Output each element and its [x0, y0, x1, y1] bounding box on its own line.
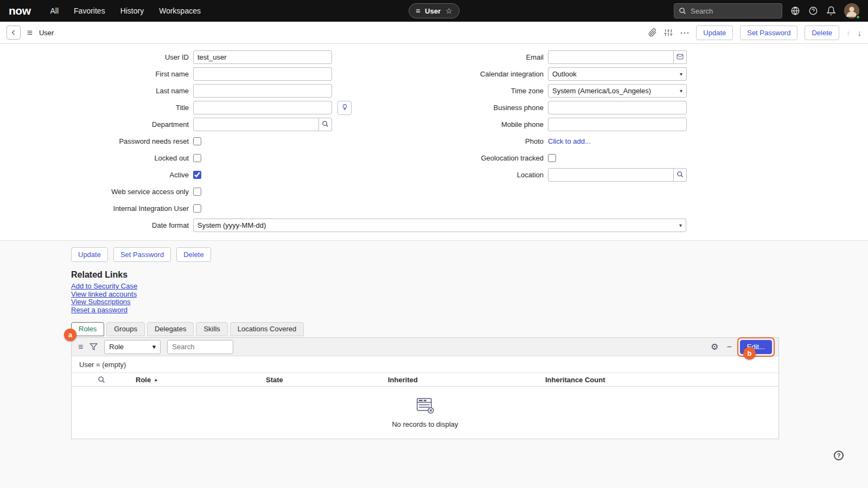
location-lookup-button[interactable] — [674, 168, 687, 182]
related-list-search-input[interactable] — [167, 340, 233, 354]
mobile-phone-input[interactable] — [548, 118, 687, 131]
tab-delegates[interactable]: Delegates — [147, 322, 194, 336]
department-input[interactable] — [193, 118, 319, 131]
time-zone-value: System (America/Los_Angeles) — [552, 87, 651, 95]
time-zone-select[interactable]: System (America/Los_Angeles) ▾ — [548, 84, 687, 98]
field-row-calendar-integration: Calendar integration Outlook ▾ — [355, 66, 687, 82]
more-options-icon[interactable]: ⋯ — [680, 28, 689, 37]
delete-button-footer[interactable]: Delete — [176, 247, 211, 262]
search-field-value: Role — [109, 343, 124, 351]
chevron-down-icon: ▾ — [679, 222, 682, 228]
password-needs-reset-label: Password needs reset — [0, 137, 189, 145]
column-header-inherited[interactable]: Inherited — [384, 376, 541, 384]
column-header-inheritance-count[interactable]: Inheritance Count — [541, 376, 778, 384]
locked-out-checkbox[interactable] — [193, 154, 201, 162]
title-input[interactable] — [193, 101, 332, 114]
presence-dot — [856, 15, 860, 20]
envelope-icon — [676, 53, 684, 62]
accessibility-help-icon[interactable]: ? — [834, 451, 844, 460]
business-phone-input[interactable] — [548, 101, 687, 114]
nav-item-workspaces[interactable]: Workspaces — [151, 0, 208, 22]
active-checkbox[interactable] — [193, 171, 201, 179]
global-search-input[interactable] — [690, 7, 772, 16]
set-password-button[interactable]: Set Password — [740, 25, 797, 40]
now-logo[interactable]: now — [9, 4, 31, 17]
chevron-down-icon: ▾ — [680, 88, 682, 94]
column-header-state[interactable]: State — [261, 376, 384, 384]
delete-button[interactable]: Delete — [805, 25, 839, 40]
time-zone-label: Time zone — [355, 87, 544, 95]
column-search-icon[interactable] — [72, 376, 131, 383]
form-context-menu-icon[interactable]: ≡ — [27, 28, 33, 37]
last-name-label: Last name — [0, 87, 189, 95]
title-label: Title — [0, 104, 189, 112]
email-send-button[interactable] — [674, 50, 687, 64]
date-format-select[interactable]: System (yyyy-MM-dd) ▾ — [193, 219, 686, 232]
paperclip-icon[interactable] — [648, 28, 657, 37]
link-view-subscriptions[interactable]: View Subscriptions — [71, 298, 868, 306]
search-field-select[interactable]: Role ▾ — [104, 340, 161, 354]
field-row-web-service-access-only: Web service access only — [0, 183, 686, 200]
global-search[interactable] — [674, 3, 782, 18]
column-header-role[interactable]: Role▲ — [131, 376, 261, 384]
department-lookup-button[interactable] — [319, 118, 332, 131]
last-name-input[interactable] — [193, 84, 332, 98]
collapse-list-minus-icon[interactable]: − — [726, 343, 731, 351]
globe-icon[interactable] — [790, 6, 800, 16]
location-label: Location — [355, 171, 544, 179]
email-input[interactable] — [548, 50, 674, 64]
nav-item-favorites[interactable]: Favorites — [66, 0, 113, 22]
set-password-button-footer[interactable]: Set Password — [113, 247, 171, 262]
calendar-integration-select[interactable]: Outlook ▾ — [548, 67, 687, 81]
first-name-input[interactable] — [193, 67, 332, 81]
link-add-to-security-case[interactable]: Add to Security Case — [71, 282, 868, 291]
field-row-mobile-phone: Mobile phone — [355, 116, 687, 133]
search-icon — [679, 7, 686, 15]
related-list-tabs: Roles Groups Delegates Skills Locations … — [71, 322, 868, 336]
link-view-linked-accounts[interactable]: View linked accounts — [71, 291, 868, 299]
web-service-access-only-checkbox[interactable] — [193, 188, 201, 196]
star-icon[interactable]: ☆ — [445, 7, 452, 15]
photo-add-link[interactable]: Click to add... — [548, 137, 591, 145]
geolocation-tracked-checkbox[interactable] — [548, 154, 556, 162]
top-nav: now All Favorites History Workspaces ≡ U… — [0, 0, 868, 22]
list-context-menu-icon[interactable]: ≡ — [78, 343, 83, 351]
field-row-business-phone: Business phone — [355, 99, 687, 116]
user-avatar[interactable] — [844, 3, 859, 18]
user-id-input[interactable] — [193, 50, 332, 64]
help-icon[interactable] — [808, 6, 818, 16]
breadcrumb[interactable]: User = (empty) — [79, 361, 126, 369]
filter-funnel-icon[interactable] — [90, 343, 98, 351]
link-reset-a-password[interactable]: Reset a password — [71, 306, 868, 314]
back-button[interactable] — [7, 25, 21, 40]
chevron-down-icon: ▾ — [680, 71, 682, 77]
previous-record-icon[interactable]: ↑ — [846, 28, 851, 37]
location-input[interactable] — [548, 168, 674, 182]
update-button[interactable]: Update — [696, 25, 733, 40]
related-links-title: Related Links — [71, 270, 868, 280]
mobile-phone-label: Mobile phone — [355, 120, 544, 129]
tab-skills[interactable]: Skills — [196, 322, 227, 336]
record-context-pill[interactable]: ≡ User ☆ — [409, 3, 459, 18]
title-suggestion-button[interactable] — [337, 101, 352, 115]
internal-integration-user-checkbox[interactable] — [193, 204, 201, 213]
hamburger-icon: ≡ — [416, 7, 420, 15]
tab-groups[interactable]: Groups — [106, 322, 145, 336]
next-record-icon[interactable]: ↓ — [858, 28, 862, 37]
update-button-footer[interactable]: Update — [71, 247, 108, 262]
password-needs-reset-checkbox[interactable] — [193, 137, 201, 145]
search-icon — [676, 170, 684, 180]
list-breadcrumb-row: User = (empty) — [72, 356, 778, 373]
tab-locations-covered[interactable]: Locations Covered — [230, 322, 304, 336]
field-row-internal-integration-user: Internal Integration User — [0, 200, 686, 217]
list-header-row: Role▲ State Inherited Inheritance Count — [72, 373, 778, 387]
search-icon — [322, 120, 329, 130]
nav-item-all[interactable]: All — [43, 0, 67, 22]
notifications-bell-icon[interactable] — [826, 6, 836, 16]
locked-out-label: Locked out — [0, 154, 189, 162]
personalize-form-sliders-icon[interactable] — [664, 28, 673, 37]
list-settings-gear-icon[interactable]: ⚙ — [711, 343, 718, 351]
date-format-value: System (yyyy-MM-dd) — [197, 221, 266, 229]
nav-item-history[interactable]: History — [113, 0, 152, 22]
internal-integration-user-label: Internal Integration User — [0, 204, 189, 213]
